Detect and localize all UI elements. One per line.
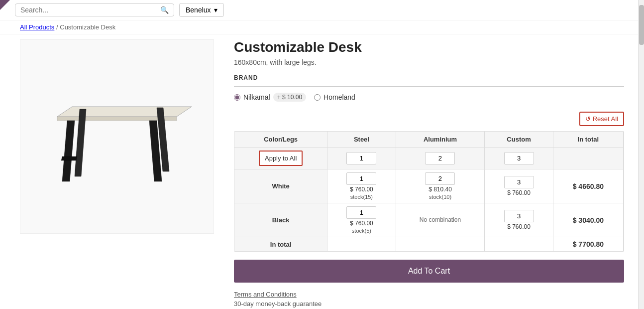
white-steel-price: $ 760.00 — [350, 186, 373, 193]
white-custom-price: $ 760.00 — [507, 189, 531, 196]
desk-illustration — [42, 74, 192, 199]
white-total-cell: $ 4660.80 — [553, 169, 623, 203]
white-aluminium-input[interactable] — [425, 172, 455, 185]
apply-aluminium-cell — [396, 148, 485, 169]
white-aluminium-price: $ 810.40 — [429, 186, 452, 193]
table-row-black: Black $ 760.00 stock(5) No combination — [234, 203, 624, 237]
black-steel-stack: $ 760.00 stock(5) — [331, 206, 391, 234]
black-total-value: $ 3040.00 — [573, 216, 604, 224]
table-row-white: White $ 760.00 stock(15) $ 810.40 — [234, 169, 624, 203]
brand-name-nilkamal: Nilkamal — [243, 93, 270, 101]
black-aluminium-cell: No combination — [396, 203, 485, 237]
white-aluminium-stock: stock(10) — [429, 194, 451, 200]
chevron-down-icon: ▾ — [214, 6, 217, 14]
breadcrumb: All Products / Customizable Desk — [0, 20, 644, 34]
black-steel-stock: stock(5) — [352, 228, 371, 234]
breadcrumb-all-products[interactable]: All Products — [20, 23, 54, 31]
white-steel-cell: $ 760.00 stock(15) — [327, 169, 396, 203]
apply-total-cell — [553, 148, 623, 169]
row-label-black: Black — [234, 203, 327, 237]
white-steel-stock: stock(15) — [350, 194, 373, 200]
grand-total-value: $ 7700.80 — [573, 240, 604, 248]
black-steel-price: $ 760.00 — [350, 220, 373, 227]
reset-all-button[interactable]: ↺ Reset All — [579, 112, 624, 126]
apply-custom-input[interactable] — [504, 152, 534, 164]
black-steel-input[interactable] — [346, 206, 376, 219]
brand-divider — [234, 86, 624, 87]
white-steel-stack: $ 760.00 stock(15) — [331, 172, 391, 200]
white-custom-cell: $ 760.00 — [485, 169, 553, 203]
header: 🔍 Benelux ▾ — [0, 0, 644, 20]
white-custom-input[interactable] — [504, 176, 534, 188]
col-header-in-total: In total — [553, 132, 623, 148]
col-header-custom: Custom — [485, 132, 553, 148]
search-bar[interactable]: 🔍 — [15, 3, 174, 16]
matrix-header-row: Color/Legs Steel Aluminium Custom In tot… — [234, 132, 624, 148]
black-custom-cell: $ 760.00 — [485, 203, 553, 237]
apply-to-all-button[interactable]: Apply to All — [259, 151, 303, 166]
apply-steel-input[interactable] — [346, 152, 376, 164]
col-header-steel: Steel — [327, 132, 396, 148]
region-selector[interactable]: Benelux ▾ — [179, 3, 224, 17]
matrix-table: Color/Legs Steel Aluminium Custom In tot… — [234, 132, 624, 251]
product-subtitle: 160x80cm, with large legs. — [234, 58, 624, 66]
guarantee-text: 30-day money-back guarantee — [234, 300, 322, 308]
grand-total-custom — [485, 237, 553, 252]
black-steel-cell: $ 760.00 stock(5) — [327, 203, 396, 237]
brand-option-nilkamal[interactable]: Nilkamal + $ 10.00 — [234, 93, 306, 102]
product-image — [20, 39, 214, 234]
white-aluminium-cell: $ 810.40 stock(10) — [396, 169, 485, 203]
brand-option-homeland[interactable]: Homeland — [314, 93, 355, 101]
col-header-color-legs: Color/Legs — [234, 132, 327, 148]
footer-links: Terms and Conditions 30-day money-back g… — [234, 291, 624, 308]
grand-total-value-cell: $ 7700.80 — [553, 237, 623, 252]
scrollbar-thumb[interactable] — [639, 5, 644, 45]
grand-total-steel — [327, 237, 396, 252]
search-icon[interactable]: 🔍 — [160, 6, 169, 14]
white-steel-input[interactable] — [346, 172, 376, 185]
search-input[interactable] — [20, 6, 160, 14]
add-to-cart-button[interactable]: Add To Cart — [234, 260, 624, 283]
product-title: Customizable Desk — [234, 39, 624, 55]
breadcrumb-separator: / — [56, 23, 58, 31]
black-aluminium-stack: No combination — [400, 216, 481, 224]
brand-options: Nilkamal + $ 10.00 Homeland — [234, 93, 624, 102]
main-content: Customizable Desk 160x80cm, with large l… — [0, 34, 644, 309]
reset-all-label: Reset All — [593, 115, 618, 123]
black-total-cell: $ 3040.00 — [553, 203, 623, 237]
grand-total-aluminium — [396, 237, 485, 252]
row-label-white: White — [234, 169, 327, 203]
matrix-table-wrapper: Color/Legs Steel Aluminium Custom In tot… — [234, 131, 624, 252]
apply-to-all-cell: Apply to All — [234, 148, 327, 169]
terms-and-conditions-link[interactable]: Terms and Conditions — [234, 291, 624, 298]
breadcrumb-current: Customizable Desk — [60, 23, 115, 31]
black-custom-price: $ 760.00 — [507, 223, 531, 230]
white-custom-stack: $ 760.00 — [489, 176, 548, 196]
black-aluminium-no-combo: No combination — [420, 216, 461, 224]
grand-total-label: In total — [234, 237, 327, 252]
svg-marker-6 — [61, 156, 77, 160]
region-label: Benelux — [186, 6, 211, 14]
col-header-aluminium: Aluminium — [396, 132, 485, 148]
apply-to-all-row: Apply to All — [234, 148, 624, 169]
grand-total-row: In total $ 7700.80 — [234, 237, 624, 252]
brand-label: BRAND — [234, 74, 624, 81]
brand-radio-homeland[interactable] — [314, 94, 321, 101]
white-aluminium-stack: $ 810.40 stock(10) — [400, 172, 481, 200]
brand-price-nilkamal: + $ 10.00 — [273, 93, 306, 102]
apply-custom-cell — [485, 148, 553, 169]
svg-marker-0 — [57, 107, 192, 117]
brand-radio-nilkamal[interactable] — [234, 94, 240, 101]
apply-aluminium-input[interactable] — [425, 152, 455, 164]
white-total-value: $ 4660.80 — [573, 182, 604, 190]
reset-icon: ↺ — [585, 115, 591, 123]
black-custom-stack: $ 760.00 — [489, 210, 548, 230]
svg-marker-2 — [62, 121, 75, 181]
black-custom-input[interactable] — [504, 210, 534, 222]
product-details: Customizable Desk 160x80cm, with large l… — [234, 39, 624, 308]
apply-steel-cell — [327, 148, 396, 169]
scrollbar[interactable] — [638, 0, 644, 309]
brand-name-homeland: Homeland — [323, 93, 355, 101]
